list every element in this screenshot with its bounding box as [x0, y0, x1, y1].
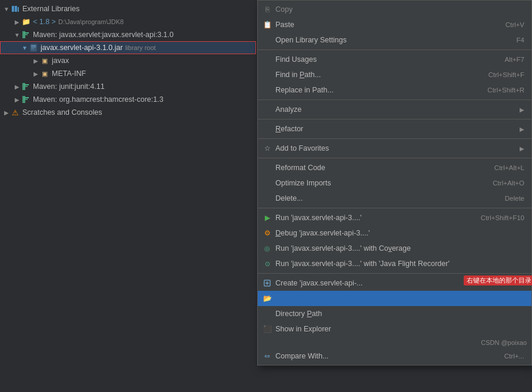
maven-hamcrest-item[interactable]: ▶ Maven: org.hamcrest:hamcrest-core:1.3: [0, 93, 256, 106]
scratches-label: Scratches and Consoles: [22, 108, 102, 117]
analyze-label: Analyze: [275, 105, 301, 114]
refactor-submenu-arrow: ▶: [520, 126, 524, 132]
external-libraries-item[interactable]: ▼ External Libraries: [0, 2, 256, 15]
reformat-item[interactable]: Reformat Code Ctrl+Alt+L: [258, 160, 531, 175]
meta-inf-folder-icon: ▣: [40, 69, 49, 78]
separator-3: [258, 119, 531, 119]
compare-icon: ⇔: [262, 351, 272, 361]
jar-icon: [29, 43, 38, 52]
terminal-icon: ⬛: [262, 324, 272, 334]
separator-2: [258, 99, 531, 100]
copy-label: Copy: [275, 5, 292, 14]
create-item[interactable]: Create 'javax.servlet-api-... 右键在本地的那个目录: [258, 275, 531, 291]
optimize-icon: [262, 178, 272, 188]
separator-6: [258, 208, 531, 208]
svg-rect-15: [24, 99, 28, 100]
coverage-icon: ◎: [262, 244, 272, 253]
maven-junit-icon: [21, 82, 31, 91]
jdk-item[interactable]: ▶ 📁 < 1.8 > D:\Java\program\JDK8: [0, 15, 256, 28]
favorites-icon: ☆: [262, 144, 272, 153]
reformat-shortcut: Ctrl+Alt+L: [494, 164, 524, 171]
maven-hamcrest-label: Maven: org.hamcrest:hamcrest-core:1.3: [33, 95, 164, 104]
find-in-path-item[interactable]: Find in Path... Ctrl+Shift+F: [258, 67, 531, 82]
maven-icon: [21, 30, 31, 39]
favorites-submenu-arrow: ▶: [520, 145, 524, 152]
explorer-icon: 📂: [262, 294, 272, 303]
analyze-item[interactable]: Analyze ▶: [258, 102, 531, 117]
optimize-label: Optimize Imports: [275, 179, 331, 187]
open-library-settings-label: Open Library Settings: [275, 36, 347, 44]
create-icon: [262, 278, 272, 288]
separator-5: [258, 158, 531, 158]
run-flight-label: Run 'javax.servlet-api-3....' with 'Java…: [275, 260, 450, 268]
servlet-jar-chevron: ▼: [21, 44, 29, 52]
jdk-label: < 1.8 >: [33, 18, 56, 26]
paste-menu-item[interactable]: 📋 Paste Ctrl+V: [258, 17, 531, 32]
debug-item[interactable]: ⚙ Debug 'javax.servlet-api-3....': [258, 225, 531, 241]
delete-item[interactable]: Delete... Delete: [258, 191, 531, 206]
run-coverage-item[interactable]: ◎ Run 'javax.servlet-api-3....' with Cov…: [258, 241, 531, 256]
javax-folder-icon: ▣: [40, 56, 49, 65]
open-terminal-item[interactable]: ⬛ Show in Explorer: [258, 321, 531, 337]
find-path-icon: [262, 70, 272, 79]
refactor-icon: [262, 124, 272, 134]
reformat-icon: [262, 163, 272, 172]
maven-hamcrest-chevron: ▶: [13, 95, 21, 104]
debug-icon: ⚙: [262, 228, 272, 238]
directory-path-item[interactable]: Directory Path: [258, 306, 531, 321]
analyze-icon: [262, 105, 272, 114]
open-library-settings-item[interactable]: Open Library Settings F4: [258, 32, 531, 48]
servlet-jar-item[interactable]: ▼ javax.servlet-api-3.1.0.jar library ro…: [0, 41, 256, 54]
settings-icon: [262, 35, 272, 45]
meta-inf-chevron: ▶: [32, 69, 40, 78]
servlet-jar-label: javax.servlet-api-3.1.0.jar: [41, 44, 123, 52]
optimize-imports-item[interactable]: Optimize Imports Ctrl+Alt+O: [258, 175, 531, 191]
replace-in-path-item[interactable]: Replace in Path... Ctrl+Shift+R: [258, 82, 531, 98]
svg-rect-4: [24, 32, 29, 34]
flight-recorder-icon: ⊙: [262, 259, 272, 268]
project-tree-panel: ▼ External Libraries ▶ 📁 < 1.8 > D:\Java…: [0, 0, 256, 392]
svg-rect-11: [24, 84, 29, 85]
replace-in-path-label: Replace in Path...: [275, 86, 334, 94]
paste-label: Paste: [275, 21, 294, 29]
javax-chevron: ▶: [32, 57, 40, 65]
svg-rect-5: [24, 34, 28, 35]
jdk-path: D:\Java\program\JDK8: [58, 18, 124, 25]
compare-with-item[interactable]: ⇔ Compare With... Ctrl+...: [258, 348, 531, 364]
create-annotation: 右键在本地的那个目录: [464, 275, 532, 285]
run-shortcut: Ctrl+Shift+F10: [481, 214, 524, 221]
maven-servlet-item[interactable]: ▼ Maven: javax.servlet:javax.servlet-api…: [0, 28, 256, 41]
svg-rect-8: [31, 47, 36, 48]
find-usages-label: Find Usages: [275, 55, 317, 64]
svg-rect-9: [31, 48, 34, 49]
run-flight-recorder-item[interactable]: ⊙ Run 'javax.servlet-api-3....' with 'Ja…: [258, 256, 531, 271]
paste-shortcut: Ctrl+V: [506, 21, 524, 28]
jdk-folder-icon: 📁: [21, 17, 31, 26]
debug-label: Debug 'javax.servlet-api-3....': [275, 229, 370, 237]
svg-rect-7: [31, 45, 36, 46]
maven-junit-item[interactable]: ▶ Maven: junit:junit:4.11: [0, 80, 256, 93]
meta-inf-item[interactable]: ▶ ▣ META-INF: [0, 67, 256, 80]
run-coverage-label: Run 'javax.servlet-api-3....' with Cover…: [275, 244, 411, 253]
scratches-icon: ⚠: [11, 108, 20, 117]
maven-servlet-chevron: ▼: [13, 31, 21, 39]
library-root-label: library root: [125, 44, 156, 51]
find-usages-item[interactable]: Find Usages Alt+F7: [258, 52, 531, 67]
paste-icon: 📋: [262, 20, 272, 29]
compare-label: Compare With...: [275, 352, 328, 360]
copy-menu-item[interactable]: ⎘ Copy: [258, 2, 531, 17]
scratches-item[interactable]: ▶ ⚠ Scratches and Consoles: [0, 106, 256, 119]
csdn-label: CSDN @poixao: [481, 339, 527, 346]
javax-folder-item[interactable]: ▶ ▣ javax: [0, 54, 256, 67]
javax-label: javax: [52, 57, 69, 65]
find-in-path-shortcut: Ctrl+Shift+F: [488, 71, 524, 78]
svg-rect-0: [12, 6, 14, 12]
delete-shortcut: Delete: [505, 195, 524, 202]
show-in-explorer-item[interactable]: 📂: [258, 291, 531, 306]
refactor-label: Refactor: [275, 125, 303, 133]
refactor-item[interactable]: Refactor ▶: [258, 121, 531, 137]
csdn-row: CSDN @poixao: [258, 337, 531, 348]
add-favorites-item[interactable]: ☆ Add to Favorites ▶: [258, 141, 531, 156]
find-in-path-label: Find in Path...: [275, 71, 321, 79]
run-item[interactable]: ▶ Run 'javax.servlet-api-3....' Ctrl+Shi…: [258, 210, 531, 225]
